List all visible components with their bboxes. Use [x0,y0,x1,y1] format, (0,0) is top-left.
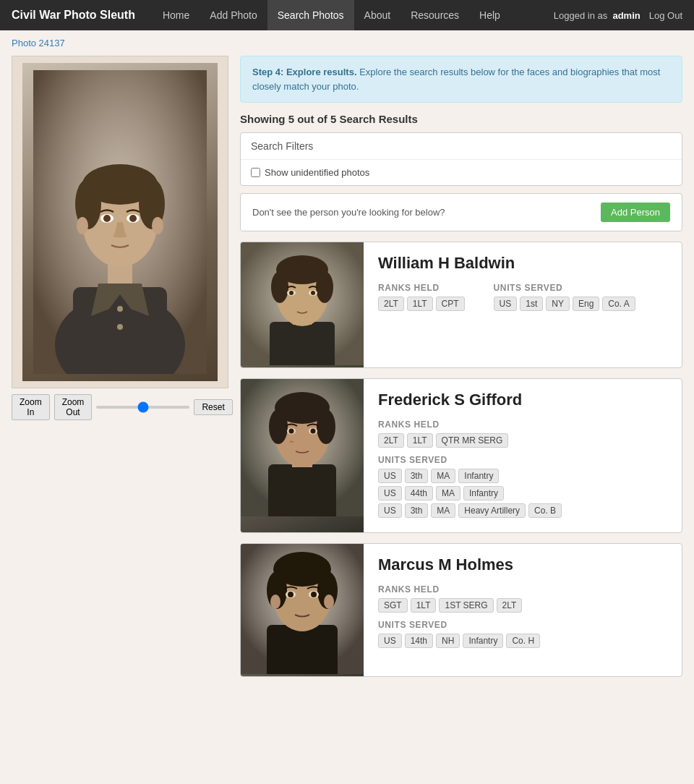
unit-tag: Heavy Artillery [458,503,526,518]
logout-link[interactable]: Log Out [649,10,682,21]
result-info-2: Frederick S Gifford Ranks Held 2LT 1LT Q… [364,379,682,532]
nav-home[interactable]: Home [153,0,200,30]
nav-search-photos[interactable]: Search Photos [267,0,354,30]
zoom-out-button[interactable]: Zoom Out [54,394,93,420]
unit-tag: 14th [405,634,433,648]
rank-tag: 2LT [378,297,404,311]
step-box: Step 4: Explore results. Explore the sea… [240,56,682,103]
svg-point-16 [152,217,163,234]
breadcrumb-link[interactable]: Photo 24137 [12,38,65,48]
navbar: Civil War Photo Sleuth Home Add Photo Se… [0,0,694,30]
add-person-text: Don't see the person you're looking for … [252,207,445,218]
nav-help[interactable]: Help [469,0,510,30]
unit-tag: MA [431,503,455,518]
svg-point-50 [288,592,294,597]
ranks-section-1: Ranks Held 2LT 1LT CPT [378,283,465,318]
rank-tag: CPT [436,297,465,311]
nav-about[interactable]: About [354,0,401,30]
reset-button[interactable]: Reset [194,399,232,415]
unit-tag: MA [431,469,455,483]
zoom-in-button[interactable]: Zoom In [12,394,50,420]
result-card-frederick-s-gifford: Frederick S Gifford Ranks Held 2LT 1LT Q… [240,378,682,533]
show-unidentified-label[interactable]: Show unidentified photos [251,167,672,178]
rank-tag: 1ST SERG [439,598,493,613]
breadcrumb: Photo 24137 [0,30,694,56]
rank-tag: 2LT [497,598,523,613]
units-section-1: Units Served US 1st NY Eng Co. A [494,283,635,318]
units-row-2a: US 3th MA Infantry [378,469,667,483]
add-person-box: Don't see the person you're looking for … [240,193,682,231]
unit-tag: US [378,503,402,518]
show-unidentified-checkbox[interactable] [251,168,260,177]
units-row-2b: US 44th MA Infantry [378,486,667,500]
nav-resources[interactable]: Resources [400,0,469,30]
unit-tag: US [378,634,402,648]
unit-tag: MA [436,486,460,500]
units-row-2c: US 3th MA Heavy Artillery Co. B [378,503,667,518]
photo-image [22,63,218,381]
logged-in-label: Logged in as admin [554,10,641,21]
svg-point-12 [129,215,137,222]
svg-point-13 [117,306,123,312]
ranks-label-1: Ranks Held [378,283,465,293]
unit-tag: Co. H [506,634,540,648]
unit-tag: NH [436,634,460,648]
result-card-william-h-baldwin: William H Baldwin Ranks Held 2LT 1LT CPT… [240,242,682,368]
step-label: Step 4: Explore results. [252,67,357,77]
unit-tag: NY [546,297,570,311]
units-label-2: Units Served [378,455,667,465]
unit-tag: Infantry [463,486,504,500]
nav-add-photo[interactable]: Add Photo [200,0,267,30]
unit-tag: Infantry [463,634,503,648]
right-panel: Step 4: Explore results. Explore the sea… [240,56,682,687]
svg-point-26 [289,291,294,295]
ranks-tags-3: SGT 1LT 1ST SERG 2LT [378,598,667,613]
ranks-tags-1: 2LT 1LT CPT [378,297,465,311]
unit-tag: 1st [520,297,543,311]
result-photo-2 [241,379,364,532]
result-two-col-1: Ranks Held 2LT 1LT CPT Units Served US 1… [378,283,667,318]
photo-container [12,56,228,388]
nav-right: Logged in as admin Log Out [554,10,682,21]
filter-body: Show unidentified photos [241,159,682,185]
result-photo-1 [241,242,364,367]
svg-point-38 [289,429,294,434]
svg-point-10 [103,215,111,222]
ranks-label-2: Ranks Held [378,419,667,430]
site-brand: Civil War Photo Sleuth [12,9,135,22]
units-label-3: Units Served [378,620,667,630]
result-name-3[interactable]: Marcus M Holmes [378,555,667,574]
portrait-svg [33,70,207,374]
unit-tag: US [378,469,402,483]
result-portrait-3 [241,544,364,674]
rank-tag: 2LT [378,433,404,448]
unit-tag: US [494,297,518,311]
result-portrait-1 [241,242,364,365]
unit-tag: Infantry [458,469,499,483]
unit-tag: Co. A [602,297,635,311]
result-name-1[interactable]: William H Baldwin [378,254,667,273]
add-person-button[interactable]: Add Person [601,203,670,222]
svg-point-54 [324,595,334,609]
zoom-slider[interactable] [96,406,189,409]
svg-point-24 [316,271,333,303]
rank-tag: SGT [378,598,408,613]
svg-rect-43 [267,625,338,674]
svg-rect-19 [270,322,335,365]
svg-point-14 [117,324,123,330]
filter-header[interactable]: Search Filters [241,133,682,159]
rank-tag: 1LT [407,433,433,448]
left-panel: Zoom In Zoom Out Reset [12,56,228,420]
filter-box: Search Filters Show unidentified photos [240,132,682,186]
units-label-1: Units Served [494,283,635,293]
result-info-3: Marcus M Holmes Ranks Held SGT 1LT 1ST S… [364,544,682,676]
result-portrait-2 [241,379,364,516]
svg-point-52 [311,592,317,597]
rank-tag: 1LT [411,598,437,613]
svg-rect-31 [268,464,336,516]
result-name-2[interactable]: Frederick S Gifford [378,391,667,409]
svg-rect-3 [73,287,167,374]
svg-point-53 [270,595,280,609]
unit-tag: Co. B [528,503,562,518]
unit-tag: 3th [405,503,429,518]
